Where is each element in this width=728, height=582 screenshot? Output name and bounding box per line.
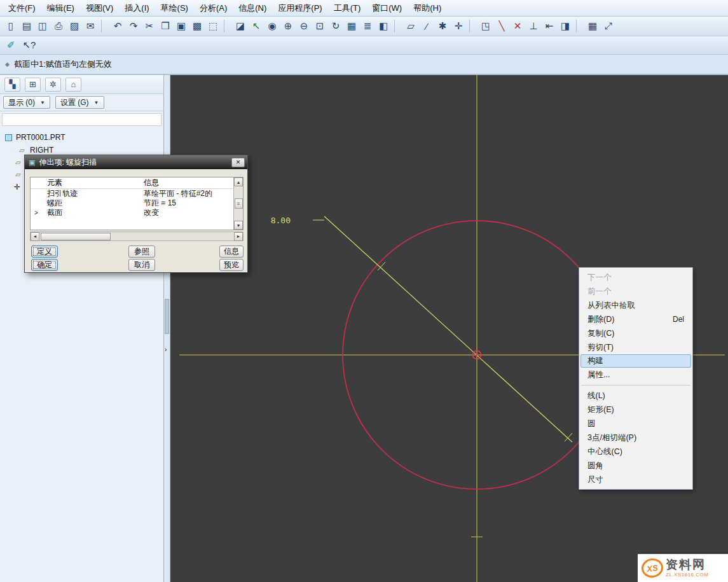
table-row[interactable]: 扫引轨迹 草绘平面 - 特征#2的 (31, 189, 243, 198)
context-menu-item-label: 圆 (587, 419, 596, 429)
email-icon[interactable]: ✉ (83, 19, 98, 34)
constraints-icon[interactable]: ⊥ (526, 19, 541, 34)
scroll-right-icon[interactable]: ► (234, 232, 243, 241)
tree-item-label: RIGHT (30, 146, 53, 155)
csys-toggle-icon[interactable]: ✛ (451, 19, 466, 34)
context-menu-item[interactable]: 删除(D) Del (580, 312, 692, 326)
context-menu-item[interactable]: 圆 (580, 417, 692, 431)
zoom-out-icon[interactable]: ⊖ (296, 19, 312, 34)
open-folder-icon[interactable]: ▤ (19, 19, 34, 34)
copy-icon[interactable]: ❐ (158, 19, 173, 34)
context-menu-item[interactable]: 尺寸 (580, 473, 692, 487)
table-horizontal-scrollbar[interactable]: ◄ ► (30, 232, 244, 241)
save-icon[interactable]: ◫ (35, 19, 50, 34)
context-menu-item[interactable]: 圆角 (580, 459, 692, 473)
element-table: 元素 信息 扫引轨迹 草绘平面 - 特征#2的 螺距 节距 = 15 (30, 177, 244, 230)
smart-select-icon[interactable]: ↖ (249, 19, 264, 34)
tree-columns-icon[interactable]: ▚ (4, 78, 20, 92)
dialog-title-bar[interactable]: ▣ 伸出项: 螺旋扫描 ✕ (25, 155, 247, 169)
menu-item[interactable]: 视图(V) (80, 1, 119, 16)
tree-filter-box[interactable] (2, 113, 161, 126)
menu-item[interactable]: 草绘(S) (155, 1, 194, 16)
context-help-icon[interactable]: ↖? (22, 38, 37, 53)
csys-icon: ✛ (14, 183, 20, 191)
line-tool-icon[interactable]: ╲ (494, 19, 509, 34)
menu-item[interactable]: 插入(I) (119, 1, 155, 16)
scroll-down-icon[interactable]: ▼ (234, 221, 243, 230)
define-button[interactable]: 定义 (31, 246, 58, 258)
grid-icon[interactable]: ▦ (585, 19, 600, 34)
context-menu-item[interactable]: 中心线(C) (580, 445, 692, 459)
favorites-icon[interactable]: ✲ (45, 78, 61, 92)
context-menu-item-label: 前一个 (587, 286, 612, 297)
close-icon[interactable]: ✕ (231, 158, 245, 167)
datum-display-icon[interactable]: ◪ (233, 19, 248, 34)
zoom-fit-icon[interactable]: ⊡ (312, 19, 327, 34)
sketch-orient-icon[interactable]: ◳ (478, 19, 493, 34)
context-menu-item[interactable]: 剪切(T) (580, 340, 692, 354)
datum-axis-toggle-icon[interactable]: ∕ (419, 19, 434, 34)
add-group-icon[interactable]: ⊞ (25, 78, 41, 92)
scrollbar-thumb[interactable]: ≡ (235, 198, 243, 209)
zoom-in-icon[interactable]: ⊕ (280, 19, 296, 34)
fit-window-icon[interactable]: ⤢ (601, 19, 616, 34)
cut-icon[interactable]: ✂ (142, 19, 157, 34)
delete-segment-icon[interactable]: ✕ (510, 19, 525, 34)
context-menu-item: 前一个 (580, 284, 692, 298)
dimension-tool-icon[interactable]: ⇤ (542, 19, 557, 34)
window-icon: ▣ (29, 158, 35, 167)
references-button[interactable]: 参照 (128, 246, 155, 258)
display-dropdown[interactable]: 显示 (0) ▼ (3, 96, 50, 109)
context-menu-item[interactable]: 构建 (580, 354, 691, 368)
info-button[interactable]: 信息 (219, 246, 244, 258)
datum-point-toggle-icon[interactable]: ✱ (435, 19, 450, 34)
redo-icon[interactable]: ↷ (126, 19, 141, 34)
scrollbar-thumb[interactable] (41, 233, 111, 240)
menu-item[interactable]: 帮助(H) (408, 1, 447, 16)
context-menu-item[interactable]: 从列表中拾取 (580, 298, 692, 312)
menu-item[interactable]: 窗口(W) (366, 1, 408, 16)
scroll-left-icon[interactable]: ◄ (31, 232, 39, 241)
sketcher-icon[interactable]: ✐ (3, 38, 18, 53)
cancel-button[interactable]: 取消 (128, 259, 155, 271)
table-vertical-scrollbar[interactable]: ▲ ≡ ▼ (233, 177, 243, 230)
scrollbar-thumb[interactable] (165, 299, 169, 334)
preview-button[interactable]: 预览 (219, 259, 244, 271)
layers-icon[interactable]: ≣ (360, 19, 375, 34)
settings-dropdown[interactable]: 设置 (G) ▼ (55, 96, 104, 109)
tree-item-root[interactable]: PRT0001.PRT (0, 131, 163, 144)
find-icon[interactable]: ◉ (264, 19, 280, 34)
context-menu-item[interactable]: 复制(C) (580, 326, 692, 340)
scroll-up-icon[interactable]: ▲ (234, 177, 243, 186)
paste-special-icon[interactable]: ▩ (189, 19, 205, 34)
panel-scrollbar[interactable]: › (164, 75, 170, 582)
context-menu-item[interactable]: 属性... (580, 368, 692, 382)
ok-button[interactable]: 确定 (31, 259, 58, 271)
paste-icon[interactable]: ▣ (174, 19, 189, 34)
menu-item[interactable]: 应用程序(P) (272, 1, 327, 16)
context-menu-item[interactable]: 矩形(E) (580, 403, 692, 417)
repaint-icon[interactable]: ↻ (328, 19, 343, 34)
new-file-icon[interactable]: ▯ (3, 19, 18, 34)
print-icon[interactable]: ⎙ (51, 19, 66, 34)
menu-item[interactable]: 工具(T) (328, 1, 367, 16)
menu-item[interactable]: 文件(F) (3, 1, 41, 16)
saved-views-icon[interactable]: ▦ (344, 19, 359, 34)
print-setup-icon[interactable]: ▨ (67, 19, 82, 34)
panel-collapse-icon[interactable]: › (165, 347, 167, 353)
modify-icon[interactable]: ◨ (558, 19, 573, 34)
info-cell: 改变 (142, 207, 243, 218)
filter-icon[interactable]: ⌂ (65, 78, 81, 92)
view-manager-icon[interactable]: ◧ (376, 19, 391, 34)
menu-item[interactable]: 编辑(E) (41, 1, 80, 16)
menu-item[interactable]: 分析(A) (194, 1, 233, 16)
undo-icon[interactable]: ↶ (110, 19, 125, 34)
table-row[interactable]: 螺距 节距 = 15 (31, 198, 243, 208)
datum-plane-toggle-icon[interactable]: ▱ (403, 19, 418, 34)
context-menu-item[interactable]: 3点/相切端(P) (580, 431, 692, 445)
table-row[interactable]: > 截面 改变 (31, 208, 243, 218)
context-menu-item[interactable]: 线(L) (580, 389, 692, 403)
menu-item[interactable]: 信息(N) (233, 1, 272, 16)
dimension-label[interactable]: 8.00 (271, 216, 291, 225)
select-box-icon[interactable]: ⬚ (205, 19, 221, 34)
